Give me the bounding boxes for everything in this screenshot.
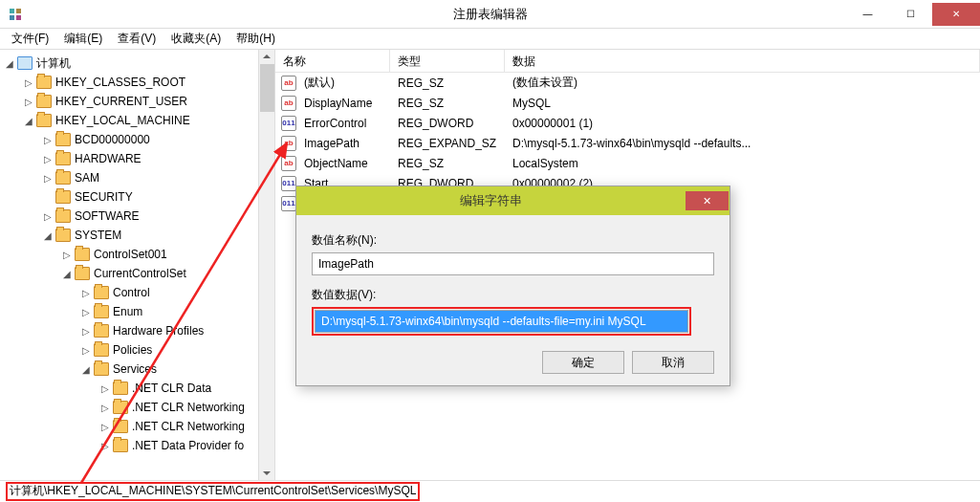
tree-node-netclrnet2[interactable]: ▷.NET CLR Networking	[0, 417, 274, 436]
tree-node-system[interactable]: ◢SYSTEM	[0, 226, 274, 245]
tree-node-security[interactable]: SECURITY	[0, 187, 274, 207]
string-value-icon: ab	[281, 136, 296, 151]
tree-node-software[interactable]: ▷SOFTWARE	[0, 207, 274, 226]
list-row[interactable]: abObjectNameREG_SZLocalSystem	[275, 153, 980, 173]
menubar: 文件(F) 编辑(E) 查看(V) 收藏夹(A) 帮助(H)	[0, 29, 980, 50]
tree-label: SOFTWARE	[75, 209, 140, 223]
expander-icon[interactable]	[42, 192, 54, 203]
dialog-close-button[interactable]: ✕	[686, 191, 729, 210]
folder-icon	[75, 248, 90, 261]
edit-string-dialog: 编辑字符串 ✕ 数值名称(N): 数值数据(V): 确定 取消	[295, 186, 730, 386]
tree-node-cs001[interactable]: ▷ControlSet001	[0, 245, 274, 264]
tree-node-bcd[interactable]: ▷BCD00000000	[0, 130, 274, 149]
tree-node-computer[interactable]: ◢计算机	[0, 54, 274, 73]
tree-node-netclrnet1[interactable]: ▷.NET CLR Networking	[0, 398, 274, 417]
maximize-button[interactable]: ☐	[889, 3, 932, 26]
tree-label: SAM	[75, 171, 99, 185]
window-controls: — ☐ ✕	[846, 3, 980, 26]
expander-icon[interactable]: ◢	[80, 364, 92, 375]
value-data-input[interactable]	[315, 310, 688, 333]
folder-icon	[36, 114, 52, 127]
computer-icon	[17, 56, 33, 70]
expander-icon[interactable]: ▷	[80, 345, 92, 356]
cell-data: LocalSystem	[505, 157, 980, 170]
value-name-input[interactable]	[312, 252, 714, 275]
cell-type: REG_EXPAND_SZ	[390, 137, 505, 150]
expander-icon[interactable]: ◢	[23, 116, 34, 126]
menu-edit[interactable]: 编辑(E)	[56, 29, 110, 49]
tree-label: .NET CLR Data	[132, 382, 211, 395]
tree-label: SYSTEM	[75, 229, 121, 242]
tree-node-netclrdata[interactable]: ▷.NET CLR Data	[0, 379, 274, 398]
tree-node-netdataprov[interactable]: ▷.NET Data Provider fo	[0, 436, 274, 455]
string-value-icon: ab	[281, 156, 296, 171]
list-row[interactable]: abImagePathREG_EXPAND_SZD:\mysql-5.1.73-…	[275, 133, 980, 153]
app-icon	[8, 7, 23, 22]
expander-icon[interactable]: ▷	[80, 288, 92, 298]
tree-label: HARDWARE	[75, 152, 142, 165]
registry-tree[interactable]: ◢计算机 ▷HKEY_CLASSES_ROOT ▷HKEY_CURRENT_US…	[0, 50, 274, 459]
col-header-name[interactable]: 名称	[275, 50, 390, 72]
expander-icon[interactable]: ▷	[42, 173, 54, 184]
tree-node-ccs[interactable]: ◢CurrentControlSet	[0, 264, 274, 283]
menu-favorites[interactable]: 收藏夹(A)	[163, 29, 229, 49]
scrollbar-thumb[interactable]	[260, 64, 274, 112]
list-row[interactable]: 011ErrorControlREG_DWORD0x00000001 (1)	[275, 113, 980, 133]
tree-node-control[interactable]: ▷Control	[0, 283, 274, 302]
ok-button[interactable]: 确定	[542, 351, 624, 374]
expander-icon[interactable]: ▷	[61, 250, 73, 260]
expander-icon[interactable]: ▷	[23, 77, 34, 88]
expander-icon[interactable]: ▷	[99, 383, 111, 394]
menu-view[interactable]: 查看(V)	[110, 29, 163, 49]
expander-icon[interactable]: ◢	[61, 269, 73, 279]
expander-icon[interactable]: ◢	[4, 58, 15, 69]
value-name-label: 数值名称(N):	[312, 232, 714, 249]
tree-node-enum[interactable]: ▷Enum	[0, 302, 274, 321]
scroll-up-icon[interactable]	[262, 52, 272, 61]
tree-node-hklm[interactable]: ◢HKEY_LOCAL_MACHINE	[0, 111, 274, 130]
dialog-titlebar[interactable]: 编辑字符串 ✕	[296, 186, 730, 215]
tree-label: .NET CLR Networking	[132, 401, 245, 414]
col-header-type[interactable]: 类型	[390, 50, 505, 72]
tree-node-sam[interactable]: ▷SAM	[0, 168, 274, 187]
tree-node-policies[interactable]: ▷Policies	[0, 340, 274, 360]
expander-icon[interactable]: ▷	[42, 154, 54, 164]
expander-icon[interactable]: ▷	[99, 441, 111, 451]
folder-icon	[36, 95, 52, 108]
status-path-highlight: 计算机\HKEY_LOCAL_MACHINE\SYSTEM\CurrentCon…	[6, 482, 420, 501]
tree-node-services[interactable]: ◢Services	[0, 360, 274, 379]
menu-help[interactable]: 帮助(H)	[229, 29, 283, 49]
window-titlebar: 注册表编辑器 — ☐ ✕	[0, 0, 980, 29]
tree-node-hwprof[interactable]: ▷Hardware Profiles	[0, 321, 274, 340]
expander-icon[interactable]: ▷	[42, 211, 54, 222]
minimize-button[interactable]: —	[846, 3, 889, 26]
menu-file[interactable]: 文件(F)	[4, 29, 56, 49]
tree-node-hardware[interactable]: ▷HARDWARE	[0, 149, 274, 168]
cell-data: (数值未设置)	[505, 75, 980, 91]
folder-icon	[94, 362, 109, 376]
svg-rect-1	[16, 9, 21, 13]
expander-icon[interactable]: ▷	[80, 307, 92, 317]
tree-node-hkcu[interactable]: ▷HKEY_CURRENT_USER	[0, 92, 274, 111]
scroll-down-icon[interactable]	[262, 469, 272, 478]
tree-label: .NET CLR Networking	[132, 420, 245, 433]
col-header-data[interactable]: 数据	[505, 50, 980, 72]
list-row[interactable]: abDisplayNameREG_SZMySQL	[275, 93, 980, 113]
tree-label: HKEY_CLASSES_ROOT	[55, 76, 185, 89]
list-row[interactable]: ab(默认)REG_SZ(数值未设置)	[275, 73, 980, 93]
dword-value-icon: 011	[281, 116, 296, 131]
cancel-button[interactable]: 取消	[632, 351, 714, 374]
svg-rect-2	[10, 15, 14, 20]
expander-icon[interactable]: ▷	[99, 422, 111, 432]
dialog-body: 数值名称(N): 数值数据(V): 确定 取消	[296, 215, 730, 385]
expander-icon[interactable]: ▷	[80, 326, 92, 337]
expander-icon[interactable]: ▷	[42, 135, 54, 145]
expander-icon[interactable]: ◢	[42, 230, 54, 241]
close-button[interactable]: ✕	[932, 3, 980, 26]
expander-icon[interactable]: ▷	[99, 403, 111, 413]
folder-icon	[55, 229, 71, 242]
expander-icon[interactable]: ▷	[23, 97, 34, 107]
folder-icon	[113, 439, 128, 452]
tree-scrollbar[interactable]	[258, 50, 274, 480]
tree-node-hkcr[interactable]: ▷HKEY_CLASSES_ROOT	[0, 73, 274, 92]
